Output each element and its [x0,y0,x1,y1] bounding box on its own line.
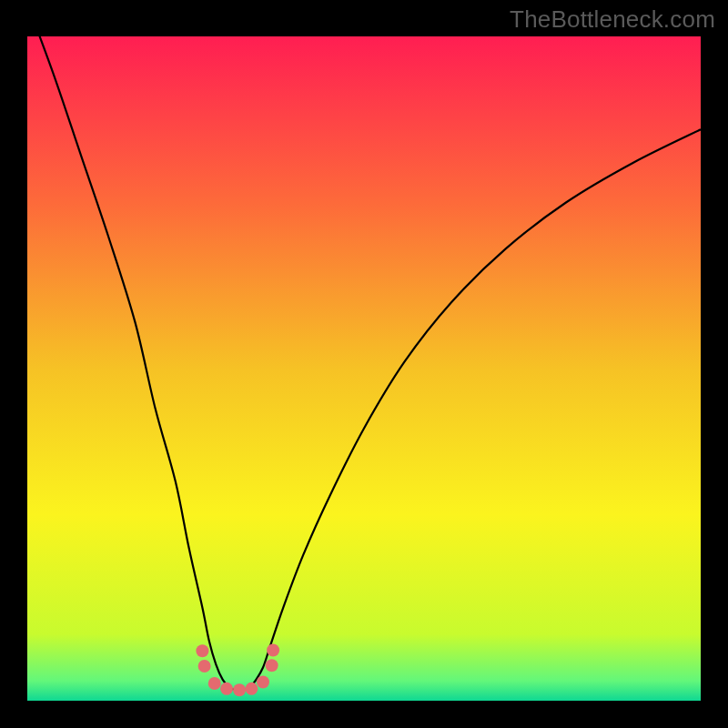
valley-dot [196,644,208,657]
valley-dot [233,683,246,696]
valley-dot [220,682,233,695]
valley-dot [257,676,269,689]
valley-dot [245,682,258,695]
valley-dot [266,659,278,672]
bottleneck-chart [27,36,701,701]
valley-dot [198,660,211,672]
valley-dot [208,677,221,690]
valley-dot [267,644,279,657]
gradient-background [27,36,701,701]
watermark-text: TheBottleneck.com [510,5,715,34]
chart-frame [27,36,701,701]
